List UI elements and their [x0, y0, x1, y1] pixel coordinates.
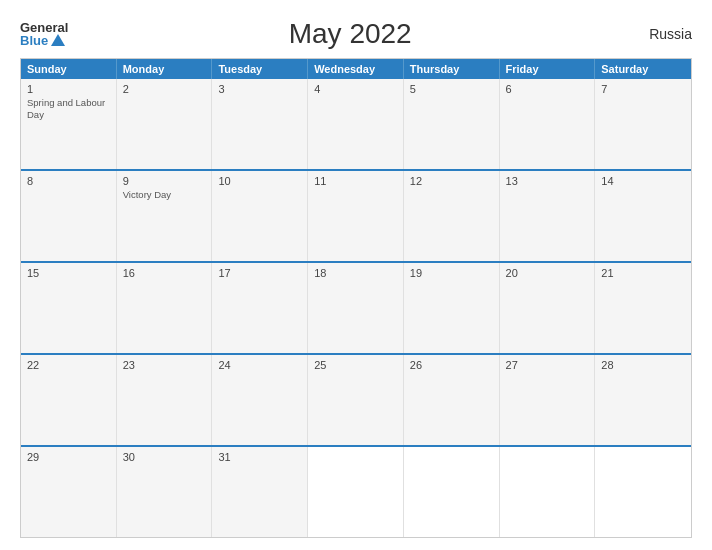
calendar-page: General Blue May 2022 Russia Sunday Mond…	[0, 0, 712, 550]
day-number: 28	[601, 359, 685, 371]
week-row-3: 15161718192021	[21, 261, 691, 353]
day-cell: 24	[212, 355, 308, 445]
day-number: 18	[314, 267, 397, 279]
day-number: 21	[601, 267, 685, 279]
header-monday: Monday	[117, 59, 213, 79]
day-number: 1	[27, 83, 110, 95]
day-headers-row: Sunday Monday Tuesday Wednesday Thursday…	[21, 59, 691, 79]
header-friday: Friday	[500, 59, 596, 79]
week-row-1: 1Spring and Labour Day234567	[21, 79, 691, 169]
logo: General Blue	[20, 21, 68, 47]
day-cell: 20	[500, 263, 596, 353]
day-number: 23	[123, 359, 206, 371]
day-cell: 8	[21, 171, 117, 261]
day-cell: 1Spring and Labour Day	[21, 79, 117, 169]
header-sunday: Sunday	[21, 59, 117, 79]
day-number: 25	[314, 359, 397, 371]
day-cell: 23	[117, 355, 213, 445]
header: General Blue May 2022 Russia	[20, 18, 692, 50]
day-number: 2	[123, 83, 206, 95]
day-number: 7	[601, 83, 685, 95]
day-cell: 22	[21, 355, 117, 445]
day-cell: 5	[404, 79, 500, 169]
day-cell	[595, 447, 691, 537]
day-cell: 28	[595, 355, 691, 445]
day-cell: 13	[500, 171, 596, 261]
day-number: 31	[218, 451, 301, 463]
day-cell: 9Victory Day	[117, 171, 213, 261]
day-cell: 12	[404, 171, 500, 261]
day-cell: 10	[212, 171, 308, 261]
day-number: 17	[218, 267, 301, 279]
day-cell: 15	[21, 263, 117, 353]
logo-triangle-icon	[51, 34, 65, 46]
day-cell: 21	[595, 263, 691, 353]
calendar-grid: Sunday Monday Tuesday Wednesday Thursday…	[20, 58, 692, 538]
day-number: 9	[123, 175, 206, 187]
day-number: 20	[506, 267, 589, 279]
day-number: 12	[410, 175, 493, 187]
day-cell: 29	[21, 447, 117, 537]
day-number: 30	[123, 451, 206, 463]
header-tuesday: Tuesday	[212, 59, 308, 79]
weeks-container: 1Spring and Labour Day23456789Victory Da…	[21, 79, 691, 537]
day-cell: 25	[308, 355, 404, 445]
day-number: 27	[506, 359, 589, 371]
day-number: 13	[506, 175, 589, 187]
day-cell: 16	[117, 263, 213, 353]
day-cell: 2	[117, 79, 213, 169]
day-cell: 18	[308, 263, 404, 353]
day-cell: 7	[595, 79, 691, 169]
day-number: 22	[27, 359, 110, 371]
header-saturday: Saturday	[595, 59, 691, 79]
week-row-2: 89Victory Day1011121314	[21, 169, 691, 261]
day-number: 4	[314, 83, 397, 95]
day-cell	[500, 447, 596, 537]
day-number: 11	[314, 175, 397, 187]
header-wednesday: Wednesday	[308, 59, 404, 79]
day-cell: 3	[212, 79, 308, 169]
day-cell	[308, 447, 404, 537]
day-number: 5	[410, 83, 493, 95]
calendar-title: May 2022	[68, 18, 632, 50]
day-number: 16	[123, 267, 206, 279]
day-number: 8	[27, 175, 110, 187]
day-cell: 31	[212, 447, 308, 537]
day-cell: 27	[500, 355, 596, 445]
day-number: 29	[27, 451, 110, 463]
day-cell: 26	[404, 355, 500, 445]
day-number: 15	[27, 267, 110, 279]
day-cell: 14	[595, 171, 691, 261]
week-row-4: 22232425262728	[21, 353, 691, 445]
day-number: 24	[218, 359, 301, 371]
week-row-5: 293031	[21, 445, 691, 537]
day-cell: 6	[500, 79, 596, 169]
day-number: 6	[506, 83, 589, 95]
day-cell: 11	[308, 171, 404, 261]
header-thursday: Thursday	[404, 59, 500, 79]
day-number: 19	[410, 267, 493, 279]
day-cell: 4	[308, 79, 404, 169]
holiday-label: Victory Day	[123, 189, 206, 201]
country-label: Russia	[632, 26, 692, 42]
day-number: 10	[218, 175, 301, 187]
day-number: 3	[218, 83, 301, 95]
day-cell: 17	[212, 263, 308, 353]
day-number: 26	[410, 359, 493, 371]
logo-blue-text: Blue	[20, 34, 65, 47]
day-number: 14	[601, 175, 685, 187]
day-cell: 30	[117, 447, 213, 537]
day-cell	[404, 447, 500, 537]
holiday-label: Spring and Labour Day	[27, 97, 110, 122]
day-cell: 19	[404, 263, 500, 353]
